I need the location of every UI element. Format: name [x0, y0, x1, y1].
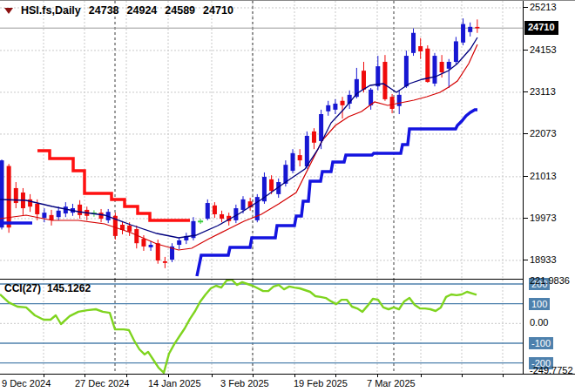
candle-body	[404, 56, 409, 86]
candle-body	[432, 56, 436, 84]
time-axis-label: 19 Feb 2025	[294, 378, 348, 389]
candle-body	[341, 101, 345, 105]
candle-body	[291, 153, 295, 171]
cci-indicator-value: 145.1262	[47, 282, 91, 294]
time-axis-label: 14 Jan 2025	[148, 378, 201, 389]
cci-indicator-header: CCI(27) 145.1262	[4, 282, 91, 294]
main-price-pane[interactable]	[0, 1, 523, 280]
cci-indicator-label: CCI(27)	[4, 282, 41, 294]
candle-body	[141, 239, 145, 247]
time-axis-tick	[85, 375, 85, 377]
current-price-label: 24710	[524, 21, 558, 35]
price-axis-label: 24153	[530, 44, 557, 56]
candle-body	[362, 71, 366, 90]
ohlc-low: 24589	[165, 4, 195, 17]
candle-body	[319, 114, 323, 141]
candle-body	[42, 213, 46, 218]
candle-body	[298, 155, 302, 160]
candle-body	[397, 95, 402, 106]
candle-body	[305, 136, 309, 166]
time-axis-tick	[377, 375, 378, 377]
price-axis-tick	[524, 260, 528, 260]
candle-body	[149, 245, 153, 247]
candle-body	[0, 160, 4, 227]
candle-body	[163, 261, 167, 263]
price-axis-label: 25213	[530, 2, 557, 13]
ohlc-close: 24710	[203, 4, 233, 17]
time-axis-tick	[503, 375, 504, 377]
symbol-period-label: HSI.fs,Daily	[21, 4, 81, 17]
time-axis-label: 7 Mar 2025	[367, 378, 416, 389]
candle-body	[382, 62, 387, 99]
candle-body	[454, 41, 458, 62]
ohlc-open: 24738	[89, 4, 119, 17]
time-axis-tick	[253, 375, 254, 377]
chart-window: HSI.fs,Daily 24738 24924 24589 24710 CCI…	[0, 0, 575, 392]
cci-max-label: 221.9836	[530, 275, 570, 287]
candle-body	[390, 97, 395, 109]
candle-body	[220, 214, 224, 219]
time-axis-tick	[212, 375, 213, 377]
candle-body	[333, 104, 337, 110]
candle-body	[240, 199, 245, 210]
price-axis-label: 23113	[530, 86, 556, 98]
cci-level-label: 100	[529, 298, 550, 310]
price-axis-tick	[524, 7, 528, 8]
time-axis-tick	[421, 375, 422, 377]
candle-body	[213, 206, 217, 214]
symbol-ohlc-header: HSI.fs,Daily 24738 24924 24589 24710	[4, 4, 233, 17]
time-axis-label: 9 Dec 2024	[2, 378, 51, 389]
time-axis-tick	[294, 375, 295, 377]
price-axis-tick	[524, 133, 528, 134]
time-axis[interactable]: 9 Dec 202427 Dec 202414 Jan 20253 Feb 20…	[0, 374, 575, 392]
price-axis-tick	[524, 176, 528, 177]
price-axis-label: 22073	[530, 128, 557, 139]
candle-body	[127, 226, 132, 232]
price-axis-tick	[524, 218, 528, 219]
time-axis-label: 27 Dec 2024	[75, 378, 129, 389]
price-axis-label: 21013	[530, 171, 557, 182]
candle-body	[177, 240, 181, 245]
candle-body	[7, 166, 11, 228]
price-axis-tick	[524, 91, 528, 92]
candle-body	[369, 90, 373, 105]
candle-body	[475, 27, 479, 29]
candle-body	[447, 62, 451, 69]
candle-body	[375, 66, 380, 86]
candle-body	[425, 49, 430, 82]
trend-red-line	[37, 151, 190, 220]
candle-body	[312, 132, 316, 143]
candle-body	[78, 205, 82, 215]
price-axis-label: 19973	[530, 213, 557, 224]
candle-body	[206, 203, 210, 219]
candle-body	[64, 206, 68, 213]
price-axis[interactable]: 2521324153231132207321013199731893324710…	[523, 1, 575, 392]
candle-body	[440, 62, 444, 72]
time-axis-tick	[44, 375, 44, 377]
candle-body	[35, 204, 39, 214]
time-axis-tick	[126, 375, 127, 377]
price-axis-label: 18933	[530, 254, 557, 266]
candle-body	[468, 27, 472, 32]
symbol-dropdown-icon[interactable]	[4, 8, 13, 14]
candle-body	[418, 46, 423, 51]
time-axis-tick	[335, 375, 336, 377]
candle-body	[411, 33, 416, 53]
candle-body	[326, 105, 330, 112]
ohlc-high: 24924	[127, 4, 158, 17]
price-chart-svg	[0, 1, 523, 280]
cci-zero-label: 0.00	[530, 317, 548, 328]
candle-body	[156, 243, 160, 260]
candle-body	[269, 179, 274, 191]
candle-body	[99, 213, 104, 219]
trend-blue-line	[197, 110, 477, 276]
price-axis-tick	[524, 50, 528, 51]
candle-body	[57, 211, 61, 217]
time-axis-tick	[462, 375, 463, 377]
candle-body	[14, 188, 18, 203]
time-axis-tick	[168, 375, 169, 377]
candle-body	[461, 24, 465, 43]
time-axis-label: 3 Feb 2025	[220, 378, 269, 389]
cci-level-label: -100	[529, 337, 553, 349]
